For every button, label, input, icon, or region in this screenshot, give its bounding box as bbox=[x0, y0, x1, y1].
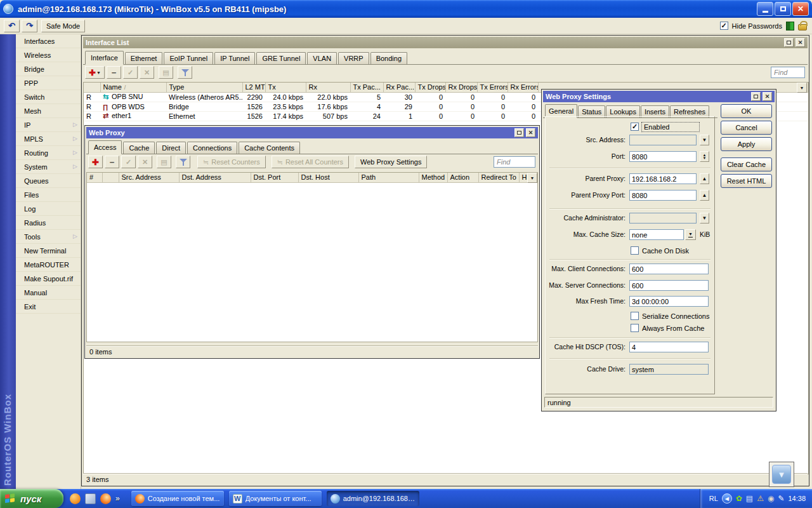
reset-all-counters-button[interactable]: ≒Reset All Counters bbox=[272, 156, 349, 168]
close-button[interactable]: ✕ bbox=[796, 38, 805, 47]
safe-mode-button[interactable]: Safe Mode bbox=[41, 20, 85, 32]
sidebar-item-files[interactable]: Files bbox=[16, 188, 81, 202]
close-button[interactable]: ✕ bbox=[526, 128, 535, 137]
disable-button[interactable]: ✕ bbox=[140, 66, 154, 79]
undo-button[interactable]: ↶ bbox=[4, 20, 20, 32]
minimize-button[interactable] bbox=[757, 2, 773, 16]
tab-direct[interactable]: Direct bbox=[156, 142, 186, 154]
maximize-button[interactable] bbox=[514, 128, 524, 137]
tab-connections[interactable]: Connections bbox=[187, 142, 237, 154]
enable-button[interactable]: ✓ bbox=[123, 66, 138, 79]
max-server-connections-field[interactable]: 600 bbox=[629, 280, 709, 291]
cache-administrator-dropdown-button[interactable]: ▼ bbox=[700, 213, 709, 224]
enable-button[interactable]: ✓ bbox=[121, 156, 136, 168]
cache-administrator-field[interactable] bbox=[629, 213, 697, 224]
comment-button[interactable]: ▤ bbox=[159, 66, 173, 79]
sidebar-item-tools[interactable]: Tools bbox=[16, 230, 81, 244]
task-button-word[interactable]: W Документы от конт... bbox=[229, 491, 322, 506]
filter-button[interactable] bbox=[178, 66, 192, 79]
add-button[interactable]: ✚▼ bbox=[85, 66, 105, 79]
close-button[interactable]: ✕ bbox=[792, 2, 809, 16]
column-redirect-to[interactable]: Redirect To bbox=[478, 173, 519, 182]
hide-passwords-checkbox[interactable] bbox=[720, 22, 728, 30]
parent-proxy-collapse-button[interactable]: ▲ bbox=[700, 173, 709, 184]
tab-access[interactable]: Access bbox=[88, 140, 122, 154]
src-address-field[interactable] bbox=[629, 135, 697, 145]
settings-titlebar[interactable]: Web Proxy Settings ✕ bbox=[543, 91, 775, 102]
src-address-dropdown-button[interactable]: ▼ bbox=[700, 135, 709, 145]
column-dst-host[interactable]: Dst. Host bbox=[298, 173, 358, 182]
reset-html-button[interactable]: Reset HTML bbox=[721, 174, 772, 188]
sidebar-item-radius[interactable]: Radius bbox=[16, 216, 81, 230]
sidebar-item-interfaces[interactable]: Interfaces bbox=[16, 34, 81, 48]
sidebar-item-mesh[interactable]: Mesh bbox=[16, 104, 81, 118]
max-client-connections-field[interactable]: 600 bbox=[629, 264, 709, 274]
sidebar-item-bridge[interactable]: Bridge bbox=[16, 62, 81, 76]
interface-list-titlebar[interactable]: Interface List ✕ bbox=[83, 37, 808, 48]
disable-button[interactable]: ✕ bbox=[138, 156, 152, 168]
web-proxy-settings-button[interactable]: Web Proxy Settings bbox=[355, 156, 427, 168]
column-selector-button[interactable]: ▼ bbox=[797, 83, 807, 93]
remove-button[interactable]: − bbox=[107, 66, 121, 79]
clear-cache-button[interactable]: Clear Cache bbox=[721, 157, 772, 171]
apply-button[interactable]: Apply bbox=[721, 137, 772, 151]
sidebar-item-ip[interactable]: IP bbox=[16, 118, 81, 132]
add-button[interactable]: ✚ bbox=[88, 156, 103, 168]
sidebar-item-wireless[interactable]: Wireless bbox=[16, 48, 81, 62]
tray-volume-icon[interactable]: ◉ bbox=[768, 495, 774, 502]
tray-alert-icon[interactable]: ⚠ bbox=[757, 495, 764, 502]
column-flags[interactable] bbox=[84, 83, 100, 92]
column-name[interactable]: Name bbox=[100, 83, 166, 92]
language-indicator[interactable]: RL bbox=[709, 495, 718, 502]
tab-cache-contents[interactable]: Cache Contents bbox=[239, 142, 300, 154]
always-from-cache-checkbox[interactable] bbox=[631, 324, 639, 332]
enabled-checkbox[interactable] bbox=[631, 123, 639, 131]
find-input[interactable] bbox=[494, 156, 535, 168]
ok-button[interactable]: OK bbox=[721, 104, 772, 118]
column-l2mtu[interactable]: L2 MTU bbox=[242, 83, 265, 92]
column-path[interactable]: Path bbox=[358, 173, 419, 182]
start-button[interactable]: пуск bbox=[0, 489, 63, 508]
comment-button[interactable]: ▤ bbox=[157, 156, 171, 168]
maximize-button[interactable] bbox=[775, 2, 791, 16]
sidebar-item-system[interactable]: System bbox=[16, 160, 81, 174]
tab-cache[interactable]: Cache bbox=[123, 142, 155, 154]
remove-button[interactable]: − bbox=[105, 156, 119, 168]
column-tx[interactable]: Tx bbox=[265, 83, 306, 92]
sidebar-item-log[interactable]: Log bbox=[16, 202, 81, 216]
maximize-button[interactable] bbox=[784, 38, 794, 47]
sidebar-item-metarouter[interactable]: MetaROUTER bbox=[16, 258, 81, 272]
column-dst-port[interactable]: Dst. Port bbox=[251, 173, 298, 182]
sidebar-item-make-supout[interactable]: Make Supout.rif bbox=[16, 272, 81, 286]
sidebar-item-queues[interactable]: Queues bbox=[16, 174, 81, 188]
hide-tray-icons-button[interactable]: ◀ bbox=[722, 493, 732, 504]
column-rx-errors[interactable]: Rx Errors bbox=[508, 83, 538, 92]
web-proxy-titlebar[interactable]: Web Proxy ✕ bbox=[86, 127, 538, 138]
column-selector-button[interactable]: ▼ bbox=[527, 173, 537, 183]
sidebar-item-new-terminal[interactable]: New Terminal bbox=[16, 244, 81, 258]
scroll-down-button[interactable]: ▼ bbox=[769, 462, 794, 487]
cancel-button[interactable]: Cancel bbox=[721, 121, 772, 135]
quicklaunch-firefox-icon[interactable] bbox=[100, 493, 111, 504]
parent-proxy-port-field[interactable]: 8080 bbox=[629, 190, 697, 201]
tab-eoip-tunnel[interactable]: EoIP Tunnel bbox=[164, 52, 213, 64]
sidebar-item-switch[interactable]: Switch bbox=[16, 90, 81, 104]
column-number[interactable]: # bbox=[87, 173, 102, 182]
reset-counters-button[interactable]: ≒Reset Counters bbox=[197, 156, 266, 168]
tab-bonding[interactable]: Bonding bbox=[370, 52, 407, 64]
clock[interactable]: 14:38 bbox=[788, 495, 806, 502]
tab-vlan[interactable]: VLAN bbox=[307, 52, 337, 64]
quicklaunch-app-icon[interactable] bbox=[70, 493, 81, 504]
serialize-connections-checkbox[interactable] bbox=[631, 312, 639, 320]
sidebar-item-exit[interactable]: Exit bbox=[16, 300, 81, 314]
max-cache-size-field[interactable]: none bbox=[629, 229, 684, 240]
tray-network-icon[interactable]: ▤ bbox=[746, 495, 753, 502]
column-tx-drops[interactable]: Tx Drops bbox=[415, 83, 445, 92]
column-type[interactable]: Type bbox=[166, 83, 242, 92]
task-button-winbox[interactable]: admin@192.168.168.... bbox=[327, 491, 419, 506]
max-cache-size-dropdown-button[interactable]: ▼ bbox=[685, 229, 696, 240]
tab-ip-tunnel[interactable]: IP Tunnel bbox=[214, 52, 255, 64]
sidebar-item-manual[interactable]: Manual bbox=[16, 286, 81, 300]
cache-on-disk-checkbox[interactable] bbox=[631, 246, 639, 255]
tray-messenger-icon[interactable]: ✿ bbox=[736, 495, 742, 502]
